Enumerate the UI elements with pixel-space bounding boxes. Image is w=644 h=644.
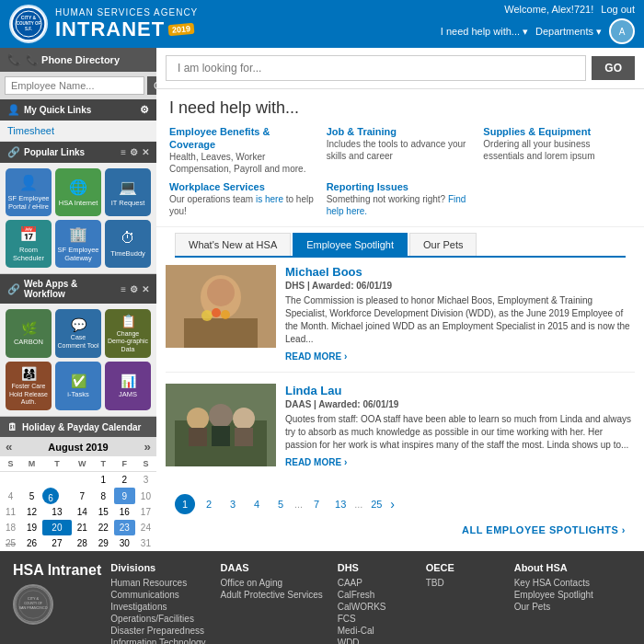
logout-link[interactable]: Log out [601, 4, 635, 15]
cal-day-today[interactable]: 6 [42, 488, 59, 504]
page-5[interactable]: 5 [270, 494, 291, 514]
cal-day[interactable]: 1 [93, 472, 114, 489]
quicklink-timesheet[interactable]: Timesheet [0, 121, 156, 142]
page-25[interactable]: 25 [366, 494, 386, 514]
web-settings-icon[interactable]: ⚙ [130, 284, 138, 294]
help-link-workplace[interactable]: Workplace Services [169, 181, 265, 192]
tab-employee-spotlight[interactable]: Employee Spotlight [293, 233, 408, 256]
popular-link-employee-portal[interactable]: 👤 SF Employee Portal / eHire [6, 168, 52, 216]
phone-search-input[interactable] [5, 76, 144, 95]
cal-day[interactable]: 29 [93, 535, 114, 551]
list-icon[interactable]: ≡ [121, 147, 126, 157]
footer-link-aps[interactable]: Adult Protective Services [221, 590, 323, 600]
help-link-supplies[interactable]: Supplies & Equipment [483, 126, 591, 137]
read-more-1[interactable]: READ MORE [285, 351, 347, 362]
page-4[interactable]: 4 [247, 494, 267, 514]
cal-day[interactable]: 7 [72, 488, 93, 504]
web-close-icon[interactable]: ✕ [142, 284, 149, 294]
popular-link-hsa-internet[interactable]: 🌐 HSA Internet [55, 168, 101, 216]
footer-link-communications[interactable]: Communications [110, 590, 205, 600]
calendar-next[interactable]: » [144, 440, 151, 454]
help-link-benefits[interactable]: Employee Benefits & Coverage [169, 126, 270, 150]
calendar-prev[interactable]: « [6, 440, 12, 454]
departments-dropdown[interactable]: Departments [535, 26, 602, 38]
cal-day[interactable]: 2 [114, 472, 135, 489]
cal-day[interactable]: 23 [114, 520, 135, 535]
cal-day[interactable]: 15 [93, 504, 114, 520]
help-dropdown[interactable]: I need help with... [441, 26, 528, 38]
cal-day[interactable]: 4 [0, 488, 21, 504]
cal-day[interactable]: 28 [72, 535, 93, 551]
footer-link-fcs[interactable]: FCS [338, 614, 411, 624]
cal-day[interactable]: 26 [21, 535, 42, 551]
footer-link-investigations[interactable]: Investigations [110, 602, 205, 612]
cal-day[interactable]: 27 [42, 535, 72, 551]
settings-icon[interactable]: ⚙ [130, 147, 138, 157]
footer-link-info-tech[interactable]: Information Technology [110, 638, 205, 644]
cal-day[interactable]: 5 [21, 488, 42, 504]
cal-day[interactable]: 25 [0, 535, 21, 551]
cal-day[interactable]: 14 [72, 504, 93, 520]
footer-link-wdd[interactable]: WDD [338, 638, 411, 644]
tab-our-pets[interactable]: Our Pets [409, 233, 477, 256]
cal-day[interactable]: 9 [114, 488, 135, 504]
help-link-reporting[interactable]: Reporting Issues [327, 181, 408, 192]
footer-link-disaster[interactable]: Disaster Preparedness [110, 626, 205, 636]
cal-day[interactable]: 30 [114, 535, 135, 551]
all-spotlights-link[interactable]: ALL EMPLOYEE SPOTLIGHTS › [462, 524, 626, 535]
cal-day[interactable]: 10 [135, 488, 156, 504]
cal-day[interactable]: 16 [114, 504, 135, 520]
footer-link-key-contacts[interactable]: Key HSA Contacts [514, 578, 593, 588]
popular-link-it-request[interactable]: 💻 IT Request [105, 168, 151, 216]
cal-day[interactable]: 17 [135, 504, 156, 520]
web-list-icon[interactable]: ≡ [121, 284, 126, 294]
page-next[interactable]: › [390, 497, 395, 512]
popular-link-sf-gateway[interactable]: 🏢 SF Employee Gateway [55, 220, 101, 268]
page-3[interactable]: 3 [223, 494, 243, 514]
footer-link-operations[interactable]: Operations/Facilities [110, 614, 205, 624]
cal-day[interactable]: 12 [21, 504, 42, 520]
cal-day[interactable]: 11 [0, 504, 21, 520]
webapp-case-comment[interactable]: 💬 Case Comment Tool [55, 309, 101, 358]
is-here-link[interactable]: is here [256, 194, 283, 204]
cal-day[interactable]: 20 [42, 520, 72, 535]
webapp-jams[interactable]: 📊 JAMS [105, 362, 151, 410]
webapp-itasks[interactable]: ✅ i-Tasks [55, 362, 101, 410]
cal-day[interactable]: 18 [0, 520, 21, 535]
search-input[interactable] [166, 55, 586, 81]
page-1[interactable]: 1 [175, 494, 195, 514]
page-13[interactable]: 13 [330, 494, 351, 514]
find-help-link[interactable]: Find help here. [327, 194, 466, 216]
webapp-change-demo[interactable]: 📋 Change Demo-graphic Data [105, 309, 151, 358]
footer-link-calfresh[interactable]: CalFresh [338, 590, 411, 600]
help-link-job[interactable]: Job & Training [327, 126, 397, 137]
cal-day[interactable]: 13 [42, 504, 72, 520]
cal-day[interactable]: 24 [135, 520, 156, 535]
cal-day[interactable]: 19 [21, 520, 42, 535]
webapp-carbon[interactable]: 🌿 CARBON [6, 309, 52, 358]
cal-day[interactable]: 21 [72, 520, 93, 535]
tab-whats-new[interactable]: What's New at HSA [175, 233, 291, 256]
webapp-foster-care[interactable]: 👨‍👩‍👧 Foster Care Hold Release Auth. [6, 362, 52, 410]
popular-link-room-scheduler[interactable]: 📅 Room Scheduler [6, 220, 52, 268]
cal-day[interactable]: 3 [135, 472, 156, 489]
read-more-2[interactable]: READ MORE [285, 457, 347, 467]
cal-day[interactable]: 22 [93, 520, 114, 535]
cal-day[interactable]: 8 [93, 488, 114, 504]
search-button[interactable]: GO [592, 56, 635, 80]
close-icon[interactable]: ✕ [142, 147, 149, 157]
footer-link-hr[interactable]: Human Resources [110, 578, 205, 588]
footer-link-aging[interactable]: Office on Aging [221, 578, 323, 588]
footer-link-our-pets[interactable]: Our Pets [514, 602, 593, 612]
avatar[interactable]: A [609, 18, 635, 44]
cal-day[interactable]: 31 [135, 535, 156, 551]
page-2[interactable]: 2 [199, 494, 219, 514]
footer-link-caap[interactable]: CAAP [338, 578, 411, 588]
popular-link-timebuddy[interactable]: ⏱ TimeBuddy [105, 220, 151, 268]
footer-link-calworks[interactable]: CalWORKS [338, 602, 411, 612]
page-7[interactable]: 7 [306, 494, 327, 514]
footer-link-tbd[interactable]: TBD [426, 578, 500, 588]
quick-links-gear[interactable]: ⚙ [140, 104, 149, 116]
footer-link-employee-spotlight[interactable]: Employee Spotlight [514, 590, 593, 600]
footer-link-medical[interactable]: Medi-Cal [338, 626, 411, 636]
